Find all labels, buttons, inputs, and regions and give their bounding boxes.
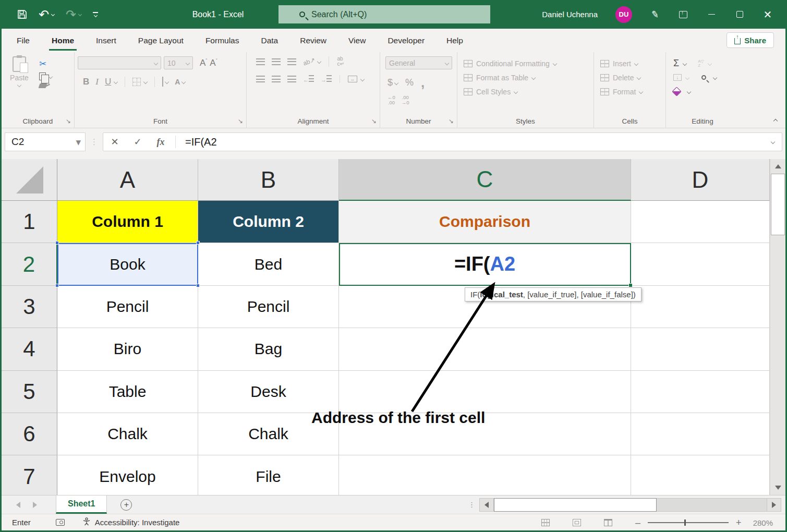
tab-file[interactable]: File bbox=[6, 30, 41, 52]
cell-a6[interactable]: Chalk bbox=[57, 413, 198, 455]
format-painter-icon[interactable] bbox=[39, 83, 47, 88]
formula-input[interactable]: =IF(A2 bbox=[179, 136, 771, 148]
decrease-font-button[interactable]: Aˇ bbox=[210, 58, 217, 68]
scroll-left-button[interactable] bbox=[479, 498, 494, 512]
column-header-a[interactable]: A bbox=[57, 159, 198, 201]
increase-decimal-button[interactable]: ←0.00 bbox=[388, 95, 395, 105]
cell-b1[interactable]: Column 2 bbox=[198, 201, 339, 243]
accounting-dropdown[interactable] bbox=[394, 80, 398, 84]
cell-styles-button[interactable]: Cell Styles bbox=[464, 84, 590, 99]
cell-d5[interactable] bbox=[631, 371, 770, 413]
sort-filter-dropdown[interactable] bbox=[707, 61, 711, 65]
cell-b7[interactable]: File bbox=[198, 455, 339, 495]
horizontal-scrollbar[interactable]: ⋮ bbox=[468, 498, 781, 512]
fill-handle[interactable] bbox=[628, 283, 633, 287]
paste-button[interactable]: Paste bbox=[5, 56, 34, 114]
cell-d6[interactable] bbox=[631, 413, 770, 455]
italic-button[interactable]: I bbox=[95, 77, 99, 87]
sort-filter-button[interactable]: A▽Z bbox=[698, 59, 704, 68]
row-header-6[interactable]: 6 bbox=[2, 413, 57, 455]
row-header-3[interactable]: 3 bbox=[2, 286, 57, 328]
cell-d1[interactable] bbox=[631, 201, 770, 243]
new-sheet-button[interactable]: + bbox=[120, 499, 132, 511]
row-header-4[interactable]: 4 bbox=[2, 328, 57, 370]
horizontal-scroll-thumb[interactable] bbox=[494, 498, 657, 512]
page-break-view-button[interactable] bbox=[604, 519, 612, 526]
format-as-table-button[interactable]: Format as Table bbox=[464, 70, 590, 84]
font-dialog-launcher[interactable]: ↘ bbox=[238, 117, 243, 125]
font-color-button[interactable]: A bbox=[175, 78, 180, 86]
share-button[interactable]: Share bbox=[727, 32, 774, 48]
scroll-right-button[interactable] bbox=[767, 498, 781, 512]
cell-a4[interactable]: Biro bbox=[57, 328, 198, 370]
cut-icon[interactable]: ✂ bbox=[39, 58, 52, 69]
scrollbar-resize-handle[interactable]: ⋮ bbox=[468, 503, 475, 506]
clear-dropdown[interactable] bbox=[687, 89, 691, 93]
fill-color-dropdown[interactable] bbox=[165, 80, 169, 84]
column-header-d[interactable]: D bbox=[631, 159, 770, 201]
row-header-7[interactable]: 7 bbox=[2, 455, 57, 495]
enter-button[interactable]: ✓ bbox=[126, 136, 149, 148]
scroll-down-button[interactable] bbox=[770, 480, 785, 495]
decrease-indent-button[interactable]: ← bbox=[303, 75, 314, 83]
previous-sheet-button[interactable] bbox=[16, 502, 20, 508]
format-cells-button[interactable]: Format bbox=[600, 84, 662, 99]
maximize-button[interactable] bbox=[734, 9, 745, 20]
select-all-button[interactable] bbox=[2, 159, 57, 201]
cancel-button[interactable]: ✕ bbox=[103, 136, 126, 148]
align-bottom-button[interactable] bbox=[287, 58, 296, 65]
normal-view-button[interactable] bbox=[541, 519, 550, 526]
cell-c5[interactable] bbox=[339, 371, 631, 413]
ribbon-display-options-button[interactable] bbox=[678, 9, 688, 20]
insert-function-button[interactable]: fx bbox=[149, 137, 172, 148]
clipboard-dialog-launcher[interactable]: ↘ bbox=[66, 117, 71, 125]
insert-cells-button[interactable]: Insert bbox=[600, 56, 662, 70]
inking-pen-icon[interactable]: ✎ bbox=[649, 8, 661, 20]
fill-color-button[interactable] bbox=[162, 77, 163, 87]
scroll-up-button[interactable] bbox=[770, 159, 785, 174]
fill-dropdown[interactable] bbox=[685, 75, 689, 79]
tab-data[interactable]: Data bbox=[250, 30, 289, 52]
cell-d3[interactable] bbox=[631, 286, 770, 328]
align-center-button[interactable] bbox=[272, 76, 281, 82]
conditional-formatting-button[interactable]: Conditional Formatting bbox=[464, 56, 590, 70]
undo-button[interactable]: ↶ bbox=[39, 8, 54, 21]
cell-a1[interactable]: Column 1 bbox=[57, 201, 198, 243]
cell-c4[interactable] bbox=[339, 328, 631, 370]
underline-button[interactable]: U bbox=[105, 77, 111, 87]
avatar[interactable]: DU bbox=[615, 6, 632, 23]
clear-button[interactable] bbox=[672, 87, 681, 96]
save-icon[interactable] bbox=[17, 9, 27, 19]
align-middle-button[interactable] bbox=[272, 58, 281, 65]
cell-a2[interactable]: Book bbox=[57, 243, 198, 285]
cell-c1[interactable]: Comparison bbox=[339, 201, 631, 243]
next-sheet-button[interactable] bbox=[33, 502, 37, 508]
expand-formula-bar-button[interactable] bbox=[771, 140, 775, 144]
tab-help[interactable]: Help bbox=[435, 30, 474, 52]
find-select-dropdown[interactable] bbox=[713, 75, 717, 79]
font-name-combo[interactable] bbox=[78, 56, 161, 69]
cell-c7[interactable] bbox=[339, 455, 631, 495]
row-header-1[interactable]: 1 bbox=[2, 201, 57, 243]
minimize-button[interactable] bbox=[706, 9, 717, 20]
orientation-dropdown[interactable] bbox=[317, 59, 321, 64]
customize-qat-button[interactable] bbox=[93, 12, 98, 17]
align-right-button[interactable] bbox=[287, 76, 296, 82]
tab-page-layout[interactable]: Page Layout bbox=[127, 30, 195, 52]
find-select-button[interactable] bbox=[701, 75, 706, 80]
merge-dropdown[interactable] bbox=[360, 77, 365, 81]
search-box[interactable]: Search (Alt+Q) bbox=[279, 5, 490, 23]
macro-record-icon[interactable] bbox=[56, 519, 65, 526]
cell-c2-active[interactable]: =IF(A2 bbox=[339, 243, 631, 285]
font-size-combo[interactable]: 10 bbox=[164, 56, 193, 69]
align-left-button[interactable] bbox=[256, 76, 265, 82]
accessibility-status[interactable]: Accessibility: Investigate bbox=[95, 518, 180, 527]
number-dialog-launcher[interactable]: ↘ bbox=[449, 117, 454, 125]
zoom-level[interactable]: 280% bbox=[753, 518, 773, 527]
tab-review[interactable]: Review bbox=[289, 30, 337, 52]
redo-button[interactable]: ↷ bbox=[66, 8, 81, 21]
autosum-button[interactable]: Σ bbox=[673, 58, 679, 69]
vertical-scrollbar[interactable] bbox=[770, 159, 785, 495]
autosum-dropdown[interactable] bbox=[683, 61, 687, 65]
borders-button[interactable] bbox=[132, 78, 141, 86]
